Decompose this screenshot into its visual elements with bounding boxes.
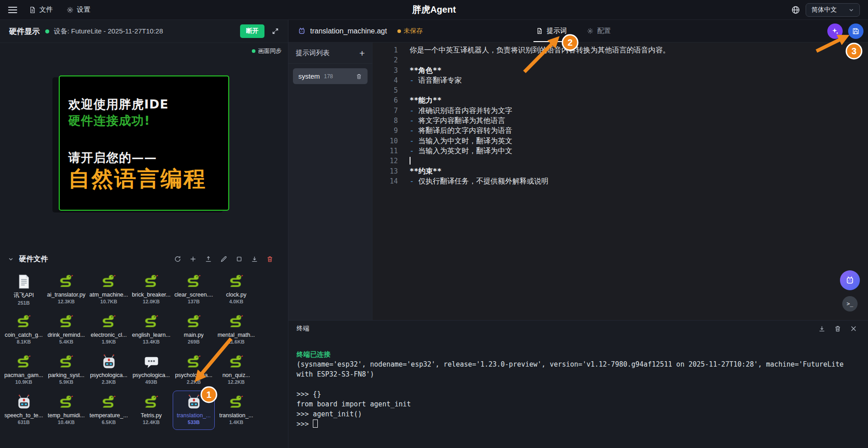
agent-robot-button[interactable] — [840, 270, 860, 290]
file-item[interactable]: english_learn...13.4KB — [130, 310, 172, 349]
file-name: pacman_gam... — [4, 372, 43, 378]
file-item[interactable]: psychologica...493B — [130, 350, 172, 390]
screen-line-open: 请开启您的—— — [68, 150, 228, 166]
delete-icon[interactable] — [266, 255, 274, 263]
file-item[interactable]: non_quiz...12.2KB — [215, 350, 257, 390]
file-item[interactable]: pacman_gam...10.9KB — [3, 350, 45, 390]
disconnect-button[interactable]: 断开 — [240, 24, 264, 38]
save-button[interactable] — [848, 24, 863, 39]
robot-icon — [845, 275, 855, 285]
file-name: temp_humidi... — [48, 412, 85, 419]
language-select[interactable]: 简体中文 — [806, 3, 860, 17]
trash-icon[interactable] — [356, 73, 362, 80]
prompt-list-panel: 提示词列表 + system 178 — [288, 42, 373, 320]
file-item[interactable]: coin_catch_g...8.1KB — [3, 310, 45, 349]
file-item[interactable]: main.py269B — [173, 310, 215, 349]
file-item[interactable]: ai_translator.py12.3KB — [45, 270, 87, 309]
code-line: 9- 将翻译后的文字内容转为语音 — [373, 126, 868, 136]
file-item[interactable]: translation_...1.4KB — [215, 391, 257, 430]
file-item[interactable]: drink_remind...5.4KB — [45, 310, 87, 349]
line-number: 7 — [373, 106, 410, 116]
editor-header: translation_machine.agt 未保存 提示词 配置 — [288, 20, 868, 42]
device-status-dot — [45, 29, 49, 33]
file-item[interactable]: clock.py4.0KB — [215, 270, 257, 309]
menu-file[interactable]: 文件 — [29, 5, 53, 14]
hardware-panel: 硬件显示 设备: FutureLite - 2025-11-27T10:28 断… — [0, 20, 288, 448]
open-file-tab[interactable]: translation_machine.agt 未保存 — [297, 27, 423, 35]
delete-icon[interactable] — [834, 325, 841, 332]
tab-prompt[interactable]: 提示词 — [536, 20, 567, 42]
file-item[interactable]: translation_...533B — [173, 391, 215, 430]
file-item[interactable]: parking_syst...5.9KB — [45, 350, 87, 390]
tab-config[interactable]: 配置 — [587, 20, 611, 42]
device-screen-preview: 画面同步 欢迎使用胖虎IDE 硬件连接成功! 请开启您的—— 自然语言编程 — [0, 43, 288, 250]
file-size: 1.9KB — [102, 339, 116, 344]
line-number: 4 — [373, 75, 410, 85]
code-editor[interactable]: 1你是一个中英互译机器人，负责将识别到的语音内容转换为其他语言的语音内容。23*… — [373, 42, 868, 320]
code-line: 12 — [373, 156, 868, 166]
chevron-down-icon[interactable] — [8, 256, 14, 262]
file-item[interactable]: Tetris.py12.4KB — [130, 391, 172, 430]
file-size: 10.4KB — [58, 420, 75, 425]
sparkle-icon — [831, 27, 839, 35]
file-item[interactable]: electronic_cl...1.9KB — [88, 310, 130, 349]
screen-sync-badge: 画面同步 — [252, 47, 282, 55]
expand-icon[interactable] — [272, 28, 279, 35]
prompt-list-header: 提示词列表 + — [288, 42, 372, 64]
terminal-toolbar — [818, 325, 857, 332]
hamburger-menu-icon[interactable] — [8, 7, 17, 13]
ai-assist-button[interactable] — [827, 24, 843, 39]
file-item[interactable]: brick_breaker...12.0KB — [130, 270, 172, 309]
code-text: **能力** — [410, 95, 442, 105]
python-icon — [58, 274, 75, 290]
file-item[interactable]: psychologica...2.2KB — [173, 350, 215, 390]
download-icon[interactable] — [251, 255, 258, 263]
upload-icon[interactable] — [205, 255, 212, 263]
line-number: 12 — [373, 156, 410, 166]
unsaved-label: 未保存 — [404, 27, 423, 35]
python-icon — [228, 394, 245, 410]
file-item[interactable]: temp_humidi...10.4KB — [45, 391, 87, 430]
python-icon — [58, 354, 75, 370]
line-number: 3 — [373, 66, 410, 75]
file-size: 4.0KB — [229, 299, 243, 304]
stop-icon[interactable] — [236, 255, 243, 263]
code-text: - 将翻译后的文字内容转为语音 — [410, 126, 512, 136]
file-item[interactable]: temperature_...6.5KB — [88, 391, 130, 430]
edit-icon[interactable] — [220, 255, 227, 263]
terminal-prompt-icon: >_ — [847, 301, 853, 307]
file-item[interactable]: atm_machine...10.7KB — [88, 270, 130, 309]
download-icon[interactable] — [818, 325, 826, 332]
terminal-toggle-button[interactable]: >_ — [842, 296, 858, 311]
code-text: **角色** — [410, 66, 442, 75]
line-number: 14 — [373, 176, 410, 186]
add-icon[interactable] — [189, 255, 197, 263]
line-number: 2 — [373, 55, 410, 65]
file-item[interactable]: clear_screen....137B — [173, 270, 215, 309]
screen-line-welcome: 欢迎使用胖虎IDE — [68, 96, 228, 113]
close-icon[interactable] — [850, 325, 857, 332]
refresh-icon[interactable] — [174, 255, 181, 263]
file-item[interactable]: 讯飞API251B — [3, 270, 45, 309]
file-size: 137B — [188, 299, 199, 304]
python-icon — [58, 314, 75, 330]
globe-icon — [791, 5, 800, 14]
file-item[interactable]: psychologica...2.3KB — [88, 350, 130, 390]
file-name: electronic_cl... — [91, 332, 127, 338]
file-name: atm_machine... — [90, 292, 128, 298]
file-size: 13.4KB — [143, 339, 160, 344]
terminal-output[interactable]: 终端已连接(sysname='esp32', nodename='esp32',… — [288, 337, 868, 429]
code-text: - 语音翻译专家 — [410, 75, 462, 85]
file-size: 5.9KB — [59, 379, 73, 385]
python-icon — [101, 274, 117, 290]
code-text: - 当输入为英文时，翻译为中文 — [410, 146, 512, 156]
add-prompt-button[interactable]: + — [359, 48, 365, 58]
file-name: ai_translator.py — [47, 292, 85, 298]
menu-settings[interactable]: 设置 — [66, 5, 90, 14]
prompt-item-system[interactable]: system 178 — [293, 68, 368, 84]
document-icon — [536, 28, 543, 34]
file-item[interactable]: mental_math...11.6KB — [215, 310, 257, 349]
terminal-line: from board import agent_init — [297, 399, 860, 409]
menu-settings-label: 设置 — [77, 5, 90, 14]
file-item[interactable]: speech_to_te...631B — [3, 391, 45, 430]
